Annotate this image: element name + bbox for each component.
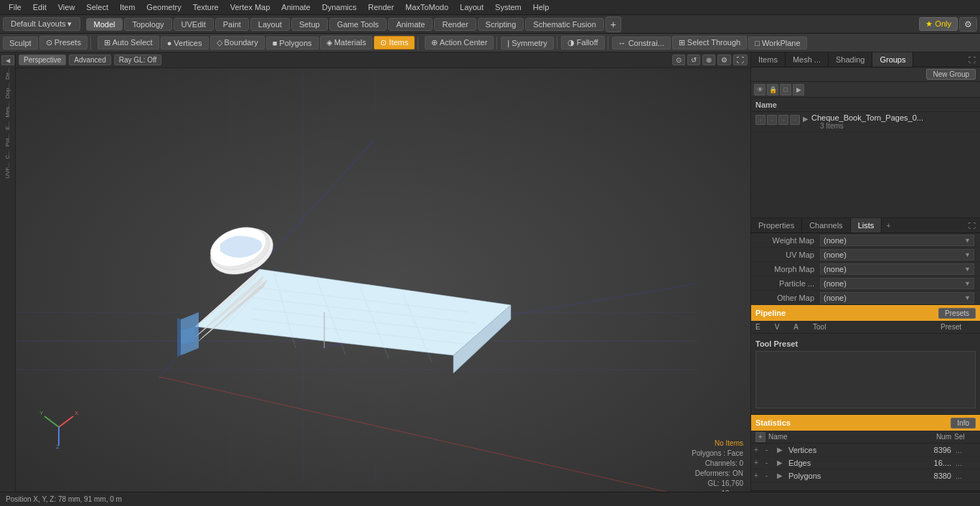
morph-map-label: Morph Map <box>757 265 814 273</box>
svg-line-21 <box>220 281 263 328</box>
menu-system[interactable]: System <box>489 1 527 13</box>
sidebar-c-label[interactable]: C... <box>4 149 11 160</box>
menu-view[interactable]: View <box>52 1 81 13</box>
menu-item[interactable]: Item <box>114 1 141 13</box>
group-item-lock-icon[interactable]: · <box>767 115 777 125</box>
menu-vertex-map[interactable]: Vertex Map <box>225 1 276 13</box>
menu-maxtomodo[interactable]: MaxToModo <box>400 1 454 13</box>
layout-tab-animate[interactable]: Animate <box>388 18 433 31</box>
falloff-button[interactable]: ◑ Falloff <box>561 36 605 50</box>
polygons-expand-icon[interactable]: ▶ <box>777 472 787 479</box>
weight-map-dropdown[interactable]: (none) ▼ <box>820 235 974 246</box>
statistics-info-button[interactable]: Info <box>951 418 976 428</box>
stats-add-button[interactable]: + <box>755 432 765 442</box>
items-button[interactable]: ⊙ Items <box>374 36 415 50</box>
uv-map-dropdown[interactable]: (none) ▼ <box>820 249 974 261</box>
layout-tab-schematic[interactable]: Schematic Fusion <box>525 18 603 31</box>
boundary-button[interactable]: ◇ Boundary <box>210 36 265 50</box>
other-map-dropdown[interactable]: (none) ▼ <box>820 292 974 304</box>
edges-add-icon[interactable]: + <box>754 459 764 467</box>
polygons-button[interactable]: ■ Polygons <box>266 37 319 50</box>
menu-dynamics[interactable]: Dynamics <box>316 1 362 13</box>
menu-file[interactable]: File <box>3 1 27 13</box>
viewport-rotate-icon[interactable]: ↺ <box>687 55 700 65</box>
advanced-button[interactable]: Advanced <box>69 55 110 65</box>
layout-tab-uvedit[interactable]: UVEdit <box>174 18 214 31</box>
edges-minus-icon[interactable]: - <box>765 459 776 467</box>
layout-tab-setup[interactable]: Setup <box>291 18 328 31</box>
sidebar-pol-label[interactable]: Pol... <box>4 132 11 148</box>
sidebar-dup-label[interactable]: Dup... <box>4 82 11 100</box>
edges-expand-icon[interactable]: ▶ <box>777 459 787 467</box>
tab-shading[interactable]: Shading <box>829 52 872 67</box>
group-visibility-icon[interactable]: □ <box>780 84 791 95</box>
viewport-settings-icon[interactable]: ⚙ <box>717 55 731 65</box>
menu-animate[interactable]: Animate <box>275 1 316 13</box>
menu-texture[interactable]: Texture <box>187 1 225 13</box>
viewport-canvas[interactable]: X Y Z No Items Polygons : Face Channels:… <box>16 68 750 506</box>
tab-mesh[interactable]: Mesh ... <box>786 52 829 67</box>
group-eye-icon[interactable]: 👁 <box>754 84 765 95</box>
menu-help[interactable]: Help <box>527 1 555 13</box>
morph-map-dropdown[interactable]: (none) ▼ <box>820 263 974 275</box>
layout-tab-game-tools[interactable]: Game Tools <box>329 18 387 31</box>
viewport-zoom-icon[interactable]: ⊕ <box>702 55 715 65</box>
sidebar-mes-label[interactable]: Mes... <box>4 100 11 119</box>
layout-tab-scripting[interactable]: Scripting <box>478 18 524 31</box>
group-item-eye-icon[interactable]: · <box>755 115 765 125</box>
menu-edit[interactable]: Edit <box>27 1 52 13</box>
viewport-camera-icon[interactable]: ⊙ <box>672 55 685 65</box>
tab-items[interactable]: Items <box>751 52 786 67</box>
layout-tab-model[interactable]: Model <box>86 18 123 31</box>
sidebar-de-label[interactable]: De... <box>4 66 11 81</box>
viewport-expand-icon[interactable]: ⛶ <box>733 55 748 65</box>
add-layout-button[interactable]: + <box>606 17 621 32</box>
select-through-button[interactable]: ⊞ Select Through <box>672 36 747 50</box>
menu-select[interactable]: Select <box>80 1 114 13</box>
presets-button[interactable]: ⊙ Presets <box>39 36 88 50</box>
layout-tab-paint[interactable]: Paint <box>215 18 249 31</box>
group-item-vis-icon[interactable]: · <box>778 115 788 125</box>
menu-render[interactable]: Render <box>362 1 400 13</box>
vertices-button[interactable]: ● Vertices <box>161 37 209 50</box>
ray-gl-button[interactable]: Ray GL: Off <box>114 55 162 65</box>
new-group-button[interactable]: New Group <box>926 69 976 80</box>
group-item-render-icon[interactable]: · <box>790 115 800 125</box>
pipeline-presets-button[interactable]: Presets <box>938 308 976 319</box>
sidebar-e-label[interactable]: E... <box>4 120 11 131</box>
constraints-button[interactable]: ↔ Constrai... <box>612 37 671 50</box>
layout-tab-topology[interactable]: Topology <box>124 18 171 31</box>
vertices-expand-icon[interactable]: ▶ <box>777 446 787 454</box>
group-expand-arrow[interactable]: ▶ <box>803 113 809 123</box>
panel-expand-icon[interactable]: ⛶ <box>964 53 980 67</box>
symmetry-button[interactable]: | Symmetry <box>501 37 553 50</box>
group-lock-icon[interactable]: 🔒 <box>767 84 778 95</box>
sidebar-uvf-label[interactable]: UVF... <box>4 161 11 180</box>
default-layouts-dropdown[interactable]: Default Layouts ▾ <box>3 17 80 31</box>
add-list-tab-button[interactable]: + <box>882 218 895 233</box>
menu-geometry[interactable]: Geometry <box>141 1 187 13</box>
perspective-button[interactable]: Perspective <box>19 55 66 65</box>
workplane-button[interactable]: □ WorkPlane <box>748 37 806 50</box>
tab-groups[interactable]: Groups <box>872 52 913 67</box>
lists-panel-expand-icon[interactable]: ⛶ <box>964 219 980 233</box>
layout-tab-layout[interactable]: Layout <box>250 18 290 31</box>
sculpt-button[interactable]: Sculpt <box>3 37 38 50</box>
vertices-minus-icon[interactable]: - <box>765 446 776 454</box>
settings-gear-icon[interactable]: ⚙ <box>959 17 977 32</box>
polygons-add-icon[interactable]: + <box>754 472 764 479</box>
menu-layout[interactable]: Layout <box>454 1 489 13</box>
properties-tab[interactable]: Properties <box>751 218 802 233</box>
layout-tab-render[interactable]: Render <box>434 18 476 31</box>
polygons-minus-icon[interactable]: - <box>765 472 776 479</box>
materials-button[interactable]: ◈ Materials <box>320 36 373 50</box>
vertices-add-icon[interactable]: + <box>754 446 764 454</box>
action-center-button[interactable]: ⊕ Action Center <box>425 36 494 50</box>
sidebar-toggle[interactable]: ◀ <box>1 55 14 65</box>
auto-select-button[interactable]: ⊞ Auto Select <box>98 36 159 50</box>
star-only-button[interactable]: ★ Only <box>919 17 958 31</box>
group-render-icon[interactable]: ▶ <box>793 84 804 95</box>
channels-tab[interactable]: Channels <box>802 218 850 233</box>
lists-tab[interactable]: Lists <box>851 218 882 233</box>
particle-map-dropdown[interactable]: (none) ▼ <box>820 278 974 289</box>
